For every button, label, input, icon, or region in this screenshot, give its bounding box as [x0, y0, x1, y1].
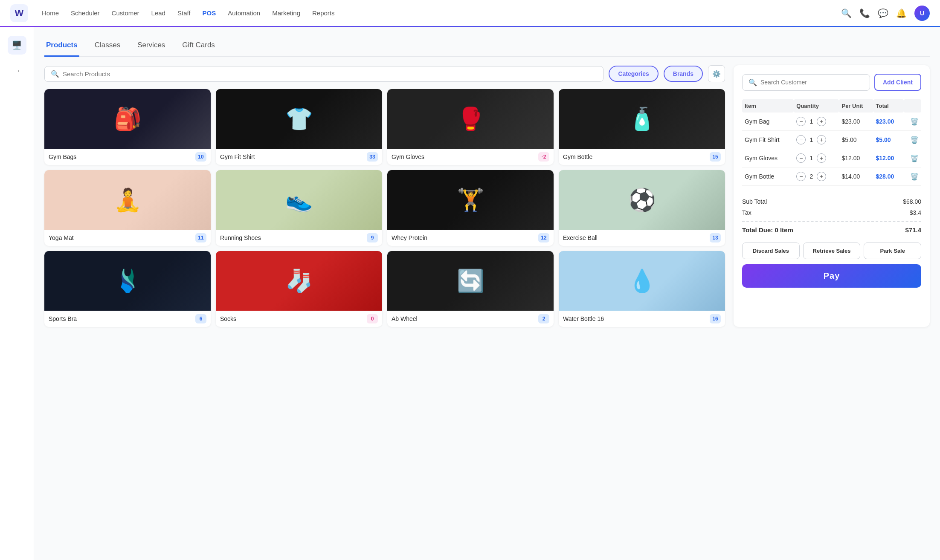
product-card-running-shoes[interactable]: 👟 Running Shoes 9 — [216, 170, 382, 246]
product-emoji: 👟 — [285, 187, 313, 213]
qty-increase-btn[interactable]: + — [817, 117, 826, 126]
product-card-yoga-mat[interactable]: 🧘 Yoga Mat 11 — [44, 170, 211, 246]
product-card-gym-bags[interactable]: 🎒 Gym Bags 10 — [44, 89, 211, 165]
product-badge: 12 — [538, 233, 549, 242]
order-item-name: Gym Bottle — [742, 167, 794, 186]
subtotal-row: Sub Total $68.00 — [742, 196, 921, 207]
nav-reports[interactable]: Reports — [312, 8, 335, 18]
nav-scheduler[interactable]: Scheduler — [71, 8, 100, 18]
top-navigation: W Home Scheduler Customer Lead Staff POS… — [0, 0, 940, 27]
product-card-gym-bottle[interactable]: 🧴 Gym Bottle 15 — [559, 89, 725, 165]
product-name: Exercise Ball — [563, 234, 598, 241]
tax-value: $3.4 — [910, 209, 921, 216]
product-name: Water Bottle 16 — [563, 315, 604, 322]
qty-value: 1 — [808, 136, 814, 143]
tab-services[interactable]: Services — [136, 38, 167, 57]
order-table: Item Quantity Per Unit Total Gym Bag − 1 — [742, 99, 921, 186]
qty-decrease-btn[interactable]: − — [796, 117, 806, 126]
qty-value: 1 — [808, 118, 814, 125]
app-layout: 🖥️ → Products Classes Services Gift Card… — [0, 27, 940, 560]
qty-decrease-btn[interactable]: − — [796, 153, 806, 163]
product-name: Running Shoes — [220, 234, 261, 241]
qty-decrease-btn[interactable]: − — [796, 135, 806, 144]
qty-increase-btn[interactable]: + — [817, 153, 826, 163]
app-logo: W — [10, 4, 28, 22]
products-search-box: 🔍 — [44, 66, 603, 82]
sidebar-collapse-btn[interactable]: → — [13, 66, 21, 75]
order-item-total: $5.00 — [873, 131, 904, 149]
tab-classes[interactable]: Classes — [93, 38, 122, 57]
product-name: Sports Bra — [49, 315, 77, 322]
product-image: ⚽ — [559, 170, 725, 230]
sidebar-pos-icon[interactable]: 🖥️ — [8, 36, 26, 55]
order-item-per-unit: $14.00 — [839, 167, 873, 186]
order-item-total: $12.00 — [873, 149, 904, 167]
order-row: Gym Fit Shirt − 1 + $5.00 $5.00 🗑️ — [742, 131, 921, 149]
categories-filter-btn[interactable]: Categories — [609, 66, 658, 82]
customer-search-box: 🔍 — [742, 74, 870, 91]
add-client-button[interactable]: Add Client — [874, 74, 921, 91]
nav-automation[interactable]: Automation — [228, 8, 260, 18]
tab-gift-cards[interactable]: Gift Cards — [180, 38, 217, 57]
whatsapp-icon[interactable]: 💬 — [878, 8, 888, 18]
brands-filter-btn[interactable]: Brands — [664, 66, 703, 82]
product-image: 👟 — [216, 170, 382, 230]
nav-pos[interactable]: POS — [203, 8, 216, 18]
product-image: 🧦 — [216, 251, 382, 311]
product-card-exercise-ball[interactable]: ⚽ Exercise Ball 13 — [559, 170, 725, 246]
qty-increase-btn[interactable]: + — [817, 172, 826, 181]
nav-home[interactable]: Home — [42, 8, 59, 18]
nav-customer[interactable]: Customer — [112, 8, 139, 18]
qty-increase-btn[interactable]: + — [817, 135, 826, 144]
total-due-label: Total Due: 0 Item — [742, 226, 793, 234]
tab-products[interactable]: Products — [44, 38, 79, 57]
product-card-socks[interactable]: 🧦 Socks 0 — [216, 251, 382, 327]
nav-marketing[interactable]: Marketing — [272, 8, 300, 18]
search-customer-input[interactable] — [760, 79, 864, 86]
product-name: Socks — [220, 315, 236, 322]
product-emoji: 💧 — [628, 268, 656, 294]
discard-sales-button[interactable]: Discard Sales — [742, 242, 800, 259]
product-emoji: 🧘 — [114, 187, 142, 213]
avatar[interactable]: U — [914, 6, 930, 21]
order-item-total: $28.00 — [873, 167, 904, 186]
product-badge: 0 — [367, 314, 378, 323]
product-card-water-bottle-16[interactable]: 💧 Water Bottle 16 16 — [559, 251, 725, 327]
order-item-per-unit: $23.00 — [839, 113, 873, 131]
qty-value: 1 — [808, 155, 814, 162]
pay-button[interactable]: Pay — [742, 264, 921, 288]
order-row: Gym Bottle − 2 + $14.00 $28.00 🗑️ — [742, 167, 921, 186]
park-sale-button[interactable]: Park Sale — [864, 242, 921, 259]
products-panel: 🔍 Categories Brands ⚙️ 🎒 Gym Bags — [44, 65, 725, 327]
delete-order-item-btn[interactable]: 🗑️ — [910, 118, 919, 126]
search-products-input[interactable] — [63, 70, 597, 78]
product-grid: 🎒 Gym Bags 10 👕 Gym Fit Shirt 33 🥊 Gym G… — [44, 89, 725, 327]
search-icon[interactable]: 🔍 — [841, 8, 852, 18]
product-name: Gym Bottle — [563, 153, 592, 160]
product-badge: 9 — [367, 233, 378, 242]
product-emoji: 🥊 — [457, 106, 485, 132]
product-card-ab-wheel[interactable]: 🔄 Ab Wheel 2 — [387, 251, 554, 327]
main-content: Products Classes Services Gift Cards 🔍 C… — [34, 27, 940, 560]
delete-order-item-btn[interactable]: 🗑️ — [910, 136, 919, 144]
phone-icon[interactable]: 📞 — [859, 8, 870, 18]
qty-decrease-btn[interactable]: − — [796, 172, 806, 181]
product-card-gym-gloves[interactable]: 🥊 Gym Gloves -2 — [387, 89, 554, 165]
filter-sliders-icon: ⚙️ — [712, 70, 721, 78]
product-card-gym-fit-shirt[interactable]: 👕 Gym Fit Shirt 33 — [216, 89, 382, 165]
tax-label: Tax — [742, 209, 751, 216]
filter-options-btn[interactable]: ⚙️ — [708, 65, 725, 82]
retrieve-sales-button[interactable]: Retrieve Sales — [803, 242, 861, 259]
delete-order-item-btn[interactable]: 🗑️ — [910, 154, 919, 162]
product-image: 🥊 — [387, 89, 554, 149]
nav-staff[interactable]: Staff — [177, 8, 191, 18]
delete-order-item-btn[interactable]: 🗑️ — [910, 173, 919, 181]
pos-area: 🔍 Categories Brands ⚙️ 🎒 Gym Bags — [44, 65, 930, 327]
product-name: Gym Fit Shirt — [220, 153, 255, 160]
product-card-sports-bra[interactable]: 🩱 Sports Bra 6 — [44, 251, 211, 327]
nav-lead[interactable]: Lead — [151, 8, 165, 18]
search-filter-row: 🔍 Categories Brands ⚙️ — [44, 65, 725, 82]
product-card-whey-protein[interactable]: 🏋️ Whey Protein 12 — [387, 170, 554, 246]
bell-icon[interactable]: 🔔 — [896, 8, 907, 18]
tax-row: Tax $3.4 — [742, 207, 921, 218]
